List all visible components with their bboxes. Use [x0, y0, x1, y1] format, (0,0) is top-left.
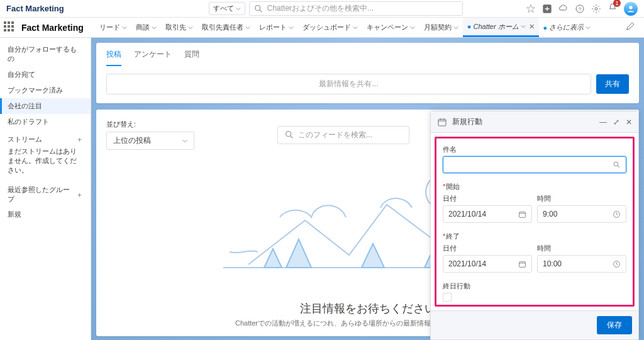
end-date-input[interactable]: 2021/10/14: [443, 255, 532, 273]
chevron-down-icon: [521, 24, 526, 29]
astro-avatar-icon: [626, 4, 636, 14]
start-date-input[interactable]: 2021/10/14: [443, 205, 532, 223]
svg-point-7: [286, 132, 291, 137]
help-icon[interactable]: ?: [575, 4, 585, 14]
start-label: 開始: [443, 182, 626, 191]
new-event-panel: 新規行動 — ⤢ ✕ 件名 開始 日付 2021/10/1: [430, 111, 639, 340]
favorite-icon[interactable]: [526, 4, 536, 14]
edit-nav-icon[interactable]: [625, 21, 640, 33]
chevron-down-icon: [236, 6, 241, 11]
publisher-tab-post[interactable]: 投稿: [106, 49, 121, 66]
sidebar-item-bookmarked[interactable]: ブックマーク済み: [0, 82, 91, 98]
app-name: Fact Marketing: [21, 23, 84, 33]
publisher-card: 投稿 アンケート 質問 最新情報を共有... 共有: [96, 43, 639, 103]
setup-gear-icon[interactable]: [591, 4, 601, 14]
start-date-label: 日付: [443, 194, 532, 203]
chevron-down-icon: [152, 25, 157, 30]
start-time-label: 時間: [537, 194, 626, 203]
search-icon: [253, 4, 264, 14]
svg-line-8: [291, 136, 292, 138]
chevron-down-icon: [453, 25, 458, 30]
minimize-icon[interactable]: —: [599, 118, 607, 127]
notification-badge: 1: [613, 0, 621, 7]
clock-icon: [613, 210, 621, 218]
close-tab-icon[interactable]: ✕: [529, 23, 535, 31]
search-placeholder: Chatterおよびその他を検索中...: [267, 3, 374, 14]
sidebar-item-drafts[interactable]: 私のドラフト: [0, 114, 91, 130]
add-group-button[interactable]: ＋: [76, 190, 83, 200]
expand-icon[interactable]: ⤢: [613, 118, 619, 127]
svg-point-12: [614, 162, 618, 166]
chevron-down-icon: [245, 25, 250, 30]
sidebar-item-to-me[interactable]: 自分宛て: [0, 67, 91, 82]
chevron-down-icon: [188, 25, 193, 30]
sidebar-item-following[interactable]: 自分がフォローするもの: [0, 42, 91, 67]
panel-title: 新規行動: [452, 116, 482, 127]
start-time-input[interactable]: 9:00: [537, 205, 626, 223]
svg-rect-16: [519, 261, 526, 267]
svg-point-5: [595, 8, 597, 10]
sidebar-streams-empty: まだストリームはありません。作成してください。: [0, 147, 91, 180]
user-avatar[interactable]: [624, 2, 638, 16]
sidebar-new-group[interactable]: 新規: [0, 207, 91, 222]
allday-checkbox[interactable]: [443, 293, 452, 302]
svg-rect-14: [519, 212, 526, 217]
publisher-tab-question[interactable]: 質問: [184, 49, 199, 66]
svg-rect-11: [438, 119, 446, 126]
nav-item-campaigns[interactable]: キャンペーン: [362, 18, 419, 37]
svg-line-1: [260, 10, 262, 12]
notifications-button[interactable]: 1: [608, 3, 618, 14]
svg-line-13: [618, 166, 619, 167]
chevron-down-icon: [410, 25, 415, 30]
sidebar-groups-heading: 最近参照したグループ: [8, 185, 76, 204]
subject-label: 件名: [443, 145, 626, 154]
subject-input[interactable]: [443, 156, 626, 173]
calendar-icon: [518, 210, 526, 218]
search-icon: [613, 161, 621, 169]
clock-icon: [613, 260, 621, 268]
sidebar-streams-heading: ストリーム: [8, 135, 42, 144]
sort-select[interactable]: 上位の投稿: [106, 132, 194, 150]
feed-search-input[interactable]: このフィードを検索...: [277, 126, 409, 144]
calendar-icon: [518, 260, 526, 268]
search-scope-label: すべて: [213, 4, 234, 13]
app-launcher-icon[interactable]: [4, 21, 16, 34]
nav-item-subscriptions[interactable]: 月額契約: [419, 18, 463, 37]
svg-point-0: [255, 5, 260, 10]
end-date-label: 日付: [443, 244, 532, 253]
search-scope-select[interactable]: すべて: [209, 2, 245, 15]
publisher-input[interactable]: 最新情報を共有...: [106, 74, 591, 94]
calendar-icon: [437, 117, 447, 127]
chevron-down-icon: [353, 25, 358, 30]
nav-item-reports[interactable]: レポート: [255, 18, 298, 37]
nav-more[interactable]: ●さらに表示: [539, 18, 596, 37]
nav-item-opportunities[interactable]: 商談: [131, 18, 161, 37]
global-search-input[interactable]: Chatterおよびその他を検索中...: [249, 1, 463, 16]
sort-label: 並び替え:: [106, 120, 194, 129]
nav-tab-chatter-home[interactable]: ●Chatter ホーム✕: [463, 18, 539, 37]
chevron-down-icon: [289, 25, 294, 30]
close-icon[interactable]: ✕: [626, 118, 632, 127]
save-button[interactable]: 保存: [597, 316, 632, 334]
share-button[interactable]: 共有: [596, 74, 629, 94]
nav-item-accounts[interactable]: 取引先: [161, 18, 197, 37]
end-time-input[interactable]: 10:00: [537, 255, 626, 273]
nav-item-dashboards[interactable]: ダッシュボード: [298, 18, 362, 37]
end-label: 終了: [443, 232, 626, 241]
search-icon: [284, 130, 294, 140]
chevron-down-icon: [182, 139, 187, 144]
salesforce-cloud-icon[interactable]: [558, 4, 569, 14]
chevron-down-icon: [586, 25, 591, 30]
svg-point-6: [629, 6, 632, 9]
publisher-tab-poll[interactable]: アンケート: [134, 49, 172, 66]
nav-item-contacts[interactable]: 取引先責任者: [197, 18, 255, 37]
allday-label: 終日行動: [443, 281, 626, 291]
org-name: Fact Marketing: [6, 4, 64, 13]
sidebar-item-company-highlights[interactable]: 会社の注目: [0, 98, 91, 114]
add-stream-button[interactable]: ＋: [76, 135, 83, 144]
add-icon[interactable]: [542, 4, 552, 14]
nav-item-leads[interactable]: リード: [95, 18, 131, 37]
chatter-sidebar: 自分がフォローするもの 自分宛て ブックマーク済み 会社の注目 私のドラフト ス…: [0, 38, 91, 340]
end-time-label: 時間: [537, 244, 626, 253]
chevron-down-icon: [122, 25, 127, 30]
